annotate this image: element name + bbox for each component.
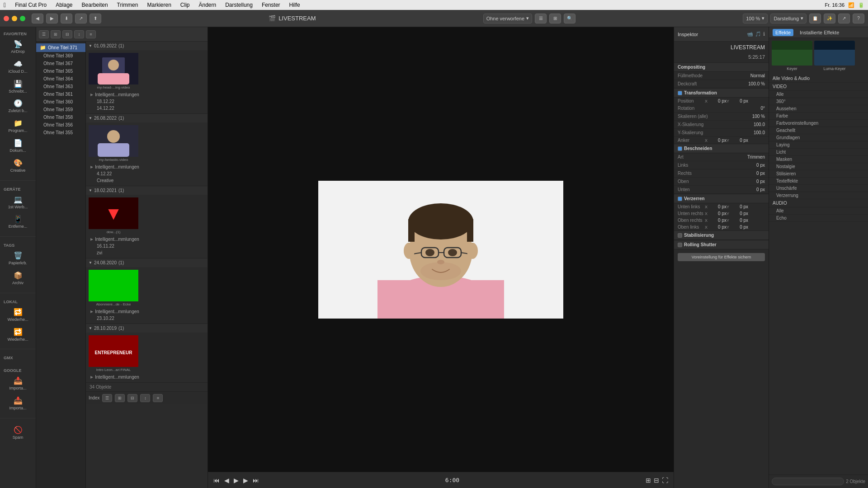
fb-item-ohne363[interactable]: Ohne Titel 363 (36, 83, 85, 90)
import-button[interactable]: ⬇ (61, 14, 72, 23)
next-frame-btn[interactable]: ▶ (243, 477, 248, 484)
sub-item-3b[interactable]: 16.11.22 (88, 243, 206, 249)
thumb-1[interactable]: my-head-...ing-video (89, 53, 138, 90)
index-btn1[interactable]: ☰ (102, 394, 112, 402)
sidebar-item-werb[interactable]: 💻 1st Werb... (0, 192, 36, 212)
menu-clip[interactable]: Clip (179, 1, 192, 9)
thumb-3[interactable]: ▼ dow...(1) (89, 197, 138, 235)
menu-darstellung[interactable]: Darstellung (223, 1, 255, 9)
cat-alle[interactable]: Alle (769, 91, 868, 98)
sidebar-item-import2[interactable]: 📥 Importa... (0, 394, 36, 413)
sub-item-1a[interactable]: ▶ Intelligent...mmlungen (88, 91, 206, 98)
sub-item-4b[interactable]: 23.10.22 (88, 315, 206, 322)
insp-icon1[interactable]: 📹 (747, 31, 753, 37)
index-btn3[interactable]: ⊟ (127, 394, 137, 402)
split-view-btn[interactable]: ⊟ (654, 477, 659, 484)
sidebar-item-archiv[interactable]: 📦 Archiv (0, 268, 36, 288)
menu-finalcutpro[interactable]: Final Cut Pro (13, 1, 48, 9)
sidebar-item-airdrop[interactable]: 📡 AirDrop (0, 37, 36, 57)
sub-item-2b[interactable]: 4.12.22 (88, 170, 206, 177)
transformation-checkbox[interactable] (678, 91, 682, 95)
date-header-1[interactable]: ▼ 01.09.2022 (1) (86, 42, 208, 50)
sidebar-item-schreibt[interactable]: 💾 Schreibt... (0, 77, 36, 97)
sidebar-item-entferne[interactable]: 📱 Entferne... (0, 212, 36, 232)
cat-laying[interactable]: Laying (769, 141, 868, 149)
cat-verzerrung[interactable]: Verzerrung (769, 192, 868, 199)
date-header-4[interactable]: ▼ 24.08.2020 (1) (86, 258, 208, 267)
view-toggle-grid[interactable]: ⊞ (549, 14, 561, 23)
close-button[interactable] (4, 16, 9, 21)
rolling-shutter-header[interactable]: Rolling Shutter (674, 240, 769, 249)
thumb-2[interactable]: my-fantastic-video (89, 125, 138, 163)
help-btn[interactable]: ? (853, 14, 864, 23)
fb-grid-btn[interactable]: ⊟ (62, 30, 72, 38)
index-btn2[interactable]: ⊞ (115, 394, 125, 402)
sub-item-4a[interactable]: ▶ Intelligent...mmlungen (88, 308, 206, 315)
sub-item-2c[interactable]: Creative (88, 177, 206, 184)
menu-markieren[interactable]: Markieren (145, 1, 173, 9)
compositing-header[interactable]: Compositing (674, 62, 769, 72)
view-toggle-list[interactable]: ☰ (535, 14, 547, 23)
fullscreen-btn[interactable]: ⛶ (662, 477, 668, 484)
cat-audio[interactable]: AUDIO (769, 199, 868, 207)
sidebar-item-dokum[interactable]: 📄 Dokum... (0, 136, 36, 156)
fb-item-ohne356[interactable]: Ohne Titel 356 (36, 121, 85, 129)
effects-tab-effekte[interactable]: Effekte (773, 29, 793, 36)
export-button[interactable]: ↗ (75, 14, 87, 23)
sidebar-item-papier[interactable]: 🗑️ Papierkrb. (0, 249, 36, 268)
share-btn2[interactable]: ↗ (838, 14, 850, 23)
transformation-header[interactable]: Transformation (674, 88, 769, 98)
inspector-toggle[interactable]: 📋 (809, 14, 821, 23)
sidebar-item-wieder2[interactable]: 🔁 Wiederhe... (0, 325, 36, 345)
effects-toggle[interactable]: ✨ (824, 14, 835, 23)
cat-echo[interactable]: Echo (769, 215, 868, 222)
beschneiden-checkbox[interactable] (678, 146, 682, 151)
fb-item-ohne355[interactable]: Ohne Titel 355 (36, 129, 85, 136)
preset-button[interactable]: Voreinstellung für Effekte sichern (678, 253, 765, 261)
fb-list-btn[interactable]: ☰ (39, 30, 49, 38)
play-btn[interactable]: ▶ (234, 477, 239, 484)
play-to-start-btn[interactable]: ⏮ (213, 477, 220, 484)
back-button[interactable]: ◀ (32, 14, 43, 23)
fb-item-ohne367[interactable]: Ohne Titel 367 (36, 60, 85, 67)
cat-360[interactable]: 360° (769, 98, 868, 105)
sub-item-5a[interactable]: ▶ Intelligent...mmlungen (88, 374, 206, 380)
beschneiden-header[interactable]: Beschneiden (674, 144, 769, 153)
thumb-4[interactable]: Abonniere...de - Ecke (89, 270, 138, 307)
cat-video-audio[interactable]: Alle Video & Audio (769, 75, 868, 83)
stabilisierung-header[interactable]: Stabilisierung (674, 230, 769, 240)
cat-masken[interactable]: Masken (769, 156, 868, 163)
fb-item-ohne364[interactable]: Ohne Titel 364 (36, 75, 85, 83)
insp-icon2[interactable]: 🎵 (755, 31, 761, 37)
sidebar-item-creative[interactable]: 🎨 Creative (0, 156, 36, 176)
sidebar-item-zuletzt[interactable]: 🕐 Zuletzt b... (0, 96, 36, 116)
verzerren-header[interactable]: Verzerren (674, 194, 769, 203)
cat-texteffekte[interactable]: Texteffekte (769, 178, 868, 185)
sidebar-item-icloud[interactable]: ☁️ iCloud D... (0, 57, 36, 77)
forward-button[interactable]: ▶ (46, 14, 58, 23)
effect-thumb-luma[interactable]: Luma-Keyer (814, 41, 855, 72)
zoom-fit-btn[interactable]: ⊞ (646, 477, 651, 484)
sidebar-item-wieder1[interactable]: 🔁 Wiederhe... (0, 305, 36, 325)
sub-item-3a[interactable]: ▶ Intelligent...mmlungen (88, 236, 206, 243)
index-btn4[interactable]: ↕ (140, 394, 150, 402)
fb-item-ohne358[interactable]: Ohne Titel 358 (36, 113, 85, 121)
date-header-3[interactable]: ▼ 18.02.2021 (1) (86, 186, 208, 195)
cat-farbvoreinst[interactable]: Farbvoreinstellungen (769, 120, 868, 127)
cat-farbe[interactable]: Farbe (769, 113, 868, 120)
menu-bearbeiten[interactable]: Bearbeiten (80, 1, 110, 9)
filter-dropdown[interactable]: Ohne verworfene ▾ (483, 14, 532, 23)
fb-item-ohne361[interactable]: Ohne Titel 361 (36, 90, 85, 98)
fb-sort-btn[interactable]: ↕ (74, 30, 84, 38)
effect-thumb-keyer[interactable]: Keyer (772, 41, 812, 72)
fb-item-ohne365[interactable]: Ohne Titel 365 (36, 67, 85, 75)
cat-stilisieren[interactable]: Stilisieren (769, 170, 868, 178)
zoom-dropdown[interactable]: 100 % ▾ (743, 14, 768, 23)
index-btn5[interactable]: ≡ (153, 394, 163, 402)
insp-icon3[interactable]: ℹ (763, 31, 765, 37)
effects-search-input[interactable] (772, 478, 844, 485)
thumb-5[interactable]: ENTREPRENEUR Intro Leon...ari FINAL (89, 335, 138, 373)
prev-frame-btn[interactable]: ◀ (224, 477, 229, 484)
menu-ablage[interactable]: Ablage (54, 1, 74, 9)
date-header-2[interactable]: ▼ 26.08.2022 (1) (86, 114, 208, 122)
